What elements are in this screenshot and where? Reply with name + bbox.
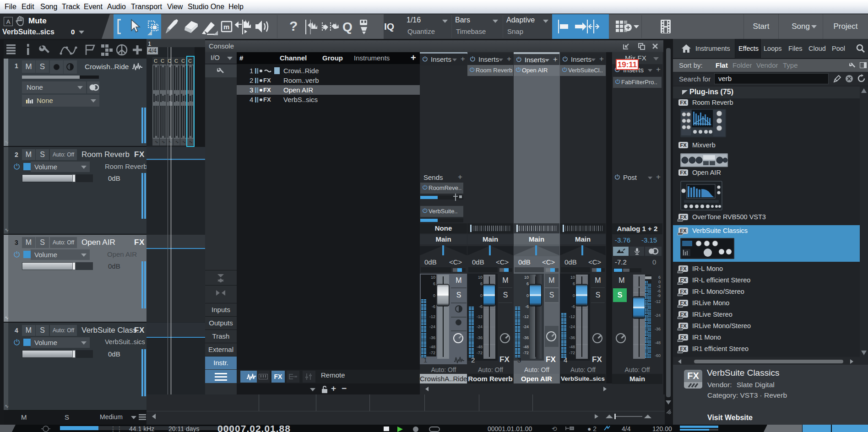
svg-text:∿: ∿ (162, 140, 165, 144)
svg-text:∿: ∿ (155, 140, 158, 144)
svg-text:C: C (161, 58, 164, 64)
svg-text:∿: ∿ (175, 140, 179, 144)
svg-text:∿: ∿ (182, 140, 186, 144)
svg-text:m: m (223, 23, 229, 31)
svg-text:C: C (181, 58, 185, 64)
svg-text:?: ? (289, 18, 298, 33)
svg-text:Q: Q (342, 20, 353, 34)
svg-text:C: C (174, 58, 178, 64)
svg-text:∿: ∿ (168, 140, 172, 144)
svg-text:C: C (154, 58, 157, 64)
